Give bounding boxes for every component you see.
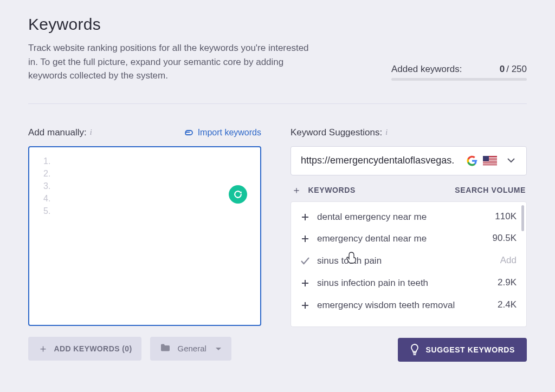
suggestion-keyword: sinus infection pain in teeth xyxy=(317,277,490,290)
paperclip-icon xyxy=(183,128,193,137)
suggestion-keyword: emergency wisdom teeth removal xyxy=(317,299,490,312)
quota-count: 0/ 250 xyxy=(500,64,527,75)
grammarly-icon[interactable] xyxy=(229,185,247,204)
divider xyxy=(28,103,527,104)
scrollbar-thumb[interactable] xyxy=(521,205,524,231)
folder-select[interactable]: General xyxy=(150,337,231,361)
cursor-icon xyxy=(345,251,357,264)
add-suggestion-button[interactable] xyxy=(301,213,309,221)
suggestion-volume: 110K xyxy=(495,211,517,222)
suggestion-row[interactable]: dental emergency near me 110K xyxy=(299,206,519,228)
quota-progress-bar xyxy=(391,78,527,81)
google-icon xyxy=(467,155,477,166)
added-suggestion-check[interactable] xyxy=(301,257,309,265)
suggestion-row[interactable]: emergency wisdom teeth removal 2.4K xyxy=(299,295,519,317)
import-keywords-link[interactable]: Import keywords xyxy=(183,128,261,138)
suggestion-keyword: emergency dental near me xyxy=(317,233,485,245)
suggestion-keyword: sinus tooth pain xyxy=(317,255,493,267)
plus-icon xyxy=(301,213,309,221)
add-manually-label: Add manually: i xyxy=(28,127,92,138)
chevron-down-icon xyxy=(507,158,515,163)
suggestion-row[interactable]: sinus tooth pain Add xyxy=(299,250,519,272)
suggestion-row[interactable]: emergency dental near me 90.5K xyxy=(299,228,519,250)
plus-icon xyxy=(301,235,309,243)
folder-icon xyxy=(160,343,171,354)
lightbulb-icon xyxy=(410,344,420,356)
svg-rect-5 xyxy=(483,163,497,164)
add-all-button[interactable]: ＋ xyxy=(292,185,302,195)
plus-icon xyxy=(301,279,309,287)
suggestions-column-header: ＋ KEYWORDS SEARCH VOLUME xyxy=(291,185,527,201)
suggestion-volume: 2.4K xyxy=(498,299,517,310)
info-icon[interactable]: i xyxy=(90,128,92,137)
svg-rect-4 xyxy=(483,161,497,162)
us-flag-icon xyxy=(483,156,497,166)
check-icon xyxy=(301,257,309,265)
manual-keywords-textarea[interactable] xyxy=(28,146,261,326)
add-suggestion-button[interactable] xyxy=(301,279,309,288)
suggestion-volume: 90.5K xyxy=(493,233,517,244)
suggestion-volume: 2.9K xyxy=(498,277,517,288)
page-description: Track website ranking positions for all … xyxy=(28,41,321,83)
info-icon[interactable]: i xyxy=(385,128,388,137)
chevron-down-icon xyxy=(215,344,222,353)
plus-icon xyxy=(301,302,309,309)
suggestion-volume: Add xyxy=(500,255,517,266)
add-suggestion-button[interactable] xyxy=(301,234,309,243)
suggest-keywords-button[interactable]: SUGGEST KEYWORDS xyxy=(398,338,527,362)
svg-rect-6 xyxy=(483,165,497,165)
suggestion-row[interactable]: sinus infection pain in teeth 2.9K xyxy=(299,272,519,295)
svg-rect-7 xyxy=(483,156,489,161)
keyword-quota: Added keywords: 0/ 250 xyxy=(391,64,527,83)
page-title: Keywords xyxy=(28,15,527,34)
suggestion-keyword: dental emergency near me xyxy=(317,211,487,224)
suggestions-list[interactable]: dental emergency near me 110K emergency … xyxy=(291,202,526,326)
url-dropdown-toggle[interactable] xyxy=(504,153,519,168)
plus-icon: ＋ xyxy=(38,343,48,354)
suggestion-url-input[interactable] xyxy=(301,155,461,166)
suggestions-label: Keyword Suggestions: i xyxy=(291,127,388,138)
suggestion-url-input-wrap xyxy=(291,146,527,175)
add-keywords-button[interactable]: ＋ ADD KEYWORDS (0) xyxy=(28,337,141,361)
quota-label: Added keywords: xyxy=(391,64,462,75)
add-suggestion-button[interactable] xyxy=(301,301,309,310)
